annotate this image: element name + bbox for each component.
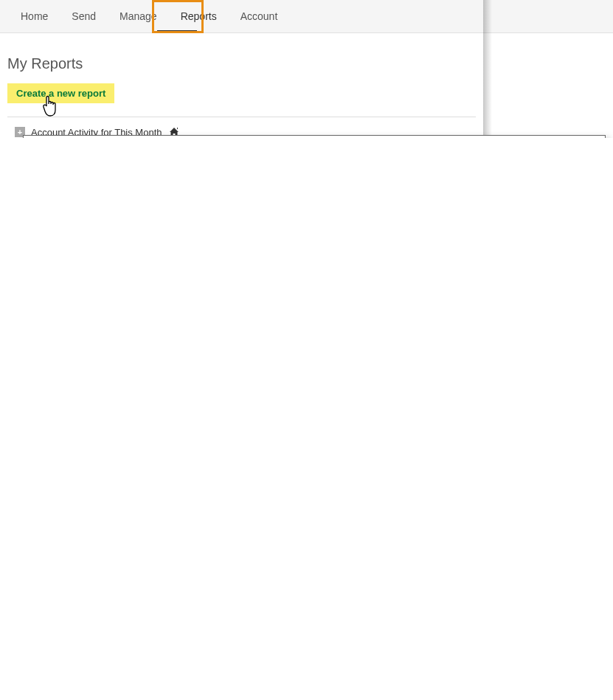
my-reports-section: My Reports Create a new report + Account…: [0, 33, 483, 138]
nav-active-underline: [157, 30, 197, 32]
top-nav: Home Send Manage Reports Account: [0, 0, 613, 33]
nav-home[interactable]: Home: [9, 1, 60, 31]
divider: [7, 117, 476, 117]
nav-manage[interactable]: Manage: [108, 1, 169, 31]
my-reports-title: My Reports: [7, 55, 476, 72]
nav-send[interactable]: Send: [60, 1, 108, 31]
modal-title: Create a New Report: [24, 136, 605, 138]
nav-reports[interactable]: Reports: [169, 1, 229, 31]
create-new-report-label: Create a new report: [16, 88, 105, 99]
nav-account[interactable]: Account: [229, 1, 290, 31]
create-report-modal: Create a New Report Creation Date This W…: [23, 135, 606, 138]
create-new-report-link[interactable]: Create a new report: [7, 83, 114, 103]
